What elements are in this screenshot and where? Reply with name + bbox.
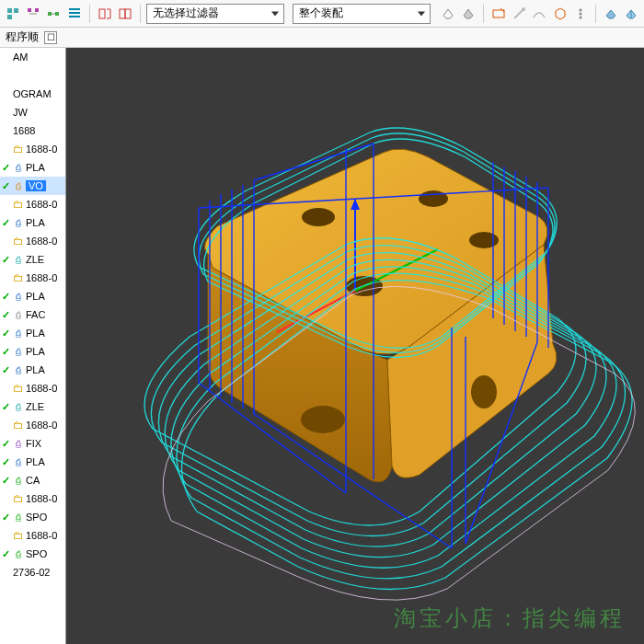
toolbar-btn-4[interactable] (65, 3, 84, 25)
tree-item[interactable]: ✓⎙PLA (0, 342, 65, 361)
operation-icon: ⎙ (13, 254, 24, 265)
assembly-select[interactable]: 整个装配 (293, 4, 431, 24)
tree-item[interactable]: 1688 (0, 121, 65, 140)
tree-item[interactable]: ✓⎙VO (0, 177, 65, 195)
toolbar-btn-1[interactable] (4, 3, 22, 25)
tree-item-label: 1688-0 (26, 420, 57, 431)
toolbar-btn-dots[interactable] (571, 3, 590, 25)
tree-item[interactable]: ✓⎙SPO (0, 545, 65, 563)
tree-item[interactable]: ✓⎙ZLE (0, 250, 65, 269)
tree-item-label: PLA (26, 162, 45, 173)
operation-icon: ⎙ (13, 162, 24, 173)
toolbar-separator (89, 5, 90, 23)
operation-icon: ⎙ (13, 328, 24, 339)
svg-point-15 (302, 208, 335, 226)
tree-item[interactable]: 🗀1688-0 (0, 526, 65, 545)
toolbar-separator (483, 5, 484, 23)
folder-icon: 🗀 (13, 529, 24, 542)
check-icon: ✓ (2, 364, 11, 376)
tree-item-label: SPO (26, 512, 47, 523)
main-area: AMOGRAMJW1688🗀1688-0✓⎙PLA✓⎙VO🗀1688-0✓⎙PL… (0, 48, 644, 644)
toolbar-btn-hex[interactable] (550, 3, 569, 25)
tree-item-label: PLA (26, 456, 45, 467)
svg-point-16 (419, 190, 448, 207)
3d-viewport[interactable]: 淘宝小店：指尖编程 (66, 48, 644, 644)
toolbar-btn-2[interactable] (24, 3, 42, 25)
tree-item[interactable]: ✓⎙PLA (0, 324, 65, 342)
operation-icon: ⎙ (13, 475, 24, 486)
tree-item[interactable] (0, 66, 65, 85)
tree-item[interactable]: 🗀1688-0 (0, 416, 65, 434)
operation-tree[interactable]: AMOGRAMJW1688🗀1688-0✓⎙PLA✓⎙VO🗀1688-0✓⎙PL… (0, 48, 66, 644)
tree-close-button[interactable]: ☐ (44, 31, 57, 44)
tree-header-bar: 程序顺 ☐ (0, 28, 644, 48)
tree-item[interactable]: ✓⎙ZLE (0, 397, 65, 416)
tree-item[interactable]: 🗀1688-0 (0, 232, 65, 250)
operation-icon: ⎙ (13, 548, 24, 559)
tree-item-label: ZLE (26, 254, 44, 265)
tree-item-label: 1688-0 (26, 383, 57, 394)
tree-item-label: 1688-0 (26, 236, 57, 247)
operation-icon: ⎙ (13, 180, 24, 191)
toolbar-btn-rect[interactable] (489, 3, 508, 25)
check-icon: ✓ (2, 346, 11, 358)
toolbar-view-2[interactable] (459, 3, 477, 25)
operation-icon: ⎙ (13, 456, 24, 467)
tree-item-label: PLA (26, 328, 45, 339)
tree-item-label: PLA (26, 346, 45, 357)
tree-item[interactable]: ✓⎙PLA (0, 287, 65, 305)
tree-item-label: 2736-02 (13, 567, 50, 578)
tree-item[interactable]: ✓⎙PLA (0, 158, 65, 177)
filter-select[interactable]: 无选择过滤器 (146, 4, 284, 24)
folder-icon: 🗀 (13, 492, 24, 505)
svg-rect-3 (28, 8, 31, 12)
tree-item[interactable]: OGRAM (0, 85, 65, 103)
tree-item[interactable]: ✓⎙PLA (0, 453, 65, 471)
tree-item-label: FIX (26, 438, 41, 449)
toolbar-btn-5[interactable] (96, 3, 114, 25)
folder-icon: 🗀 (13, 235, 24, 247)
tree-item[interactable]: ✓⎙SPO (0, 508, 65, 526)
check-icon: ✓ (2, 328, 11, 339)
svg-point-11 (522, 7, 525, 11)
check-icon: ✓ (2, 401, 11, 413)
tree-item[interactable]: ✓⎙PLA (0, 361, 65, 379)
tree-item-label: ZLE (26, 401, 44, 412)
check-icon: ✓ (2, 162, 11, 174)
svg-rect-5 (48, 12, 52, 16)
toolbar-btn-wand[interactable] (510, 3, 528, 25)
tree-item[interactable]: ✓⎙FAC (0, 305, 65, 324)
tree-item-label: JW (13, 107, 28, 118)
toolbar-btn-curve[interactable] (530, 3, 548, 25)
svg-point-17 (469, 232, 499, 248)
tree-item[interactable]: ✓⎙PLA (0, 213, 65, 232)
svg-rect-8 (120, 9, 125, 18)
tree-item[interactable]: 🗀1688-0 (0, 140, 65, 158)
folder-icon: 🗀 (13, 382, 24, 395)
toolbar-view-1[interactable] (439, 3, 457, 25)
tree-item[interactable]: 2736-02 (0, 563, 65, 581)
assembly-select-text: 整个装配 (299, 6, 343, 21)
svg-point-12 (579, 8, 581, 11)
tree-item[interactable]: ✓⎙FIX (0, 434, 65, 453)
folder-icon: 🗀 (13, 271, 24, 284)
tree-item[interactable]: 🗀1688-0 (0, 269, 65, 287)
toolbar-btn-6[interactable] (116, 3, 134, 25)
filter-select-text: 无选择过滤器 (153, 6, 219, 21)
tree-item[interactable]: 🗀1688-0 (0, 379, 65, 397)
tree-item[interactable]: ✓⎙CA (0, 471, 65, 489)
tree-item[interactable]: JW (0, 103, 65, 121)
tree-item-label: AM (13, 52, 29, 63)
tree-item[interactable]: 🗀1688-0 (0, 195, 65, 213)
tree-item-label: 1688-0 (26, 493, 57, 504)
toolbar-shade-2[interactable] (622, 3, 640, 25)
tree-item-label: 1688-0 (26, 530, 57, 541)
check-icon: ✓ (2, 254, 11, 266)
tree-item[interactable]: AM (0, 48, 65, 66)
tree-item-label: 1688-0 (26, 272, 57, 283)
toolbar-btn-3[interactable] (44, 3, 63, 25)
toolbar-shade-1[interactable] (602, 3, 620, 25)
svg-rect-9 (125, 9, 131, 18)
tree-item[interactable]: 🗀1688-0 (0, 489, 65, 508)
tree-item-label: CA (26, 475, 40, 486)
